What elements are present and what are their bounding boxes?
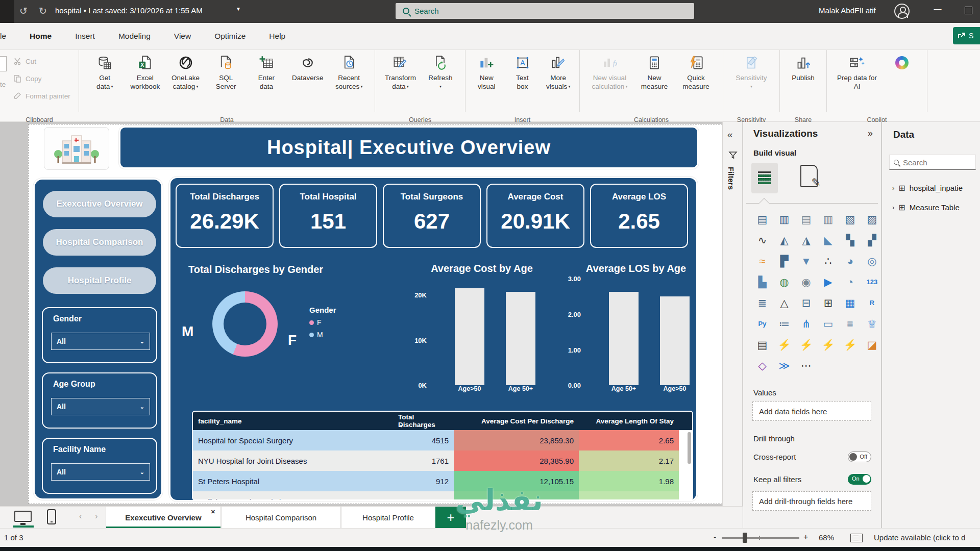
sensitivity-button[interactable]: Sensitivity▾: [736, 55, 767, 91]
menu-item-modeling[interactable]: Modeling: [118, 32, 151, 41]
fit-to-page-icon[interactable]: [850, 534, 863, 542]
multi-row-card-icon[interactable]: ≣: [751, 292, 773, 313]
close-tab-icon[interactable]: ✕: [211, 509, 215, 515]
treemap-icon[interactable]: ▙: [751, 271, 773, 292]
minimize-button[interactable]: —: [930, 4, 945, 17]
next-page-icon[interactable]: ›: [95, 512, 97, 521]
mobile-view-icon[interactable]: [47, 509, 56, 524]
kpi-card-average-cost[interactable]: Average Cost20.91K: [486, 184, 584, 248]
bar-age-50+[interactable]: [609, 292, 639, 385]
zoom-slider-track[interactable]: [722, 537, 799, 539]
card-icon[interactable]: 123: [861, 271, 883, 292]
expand-pane-icon[interactable]: »: [868, 128, 873, 139]
data-field-measure-table[interactable]: ›⊞Measure Table: [892, 203, 980, 212]
report-page[interactable]: Hospital| Executive Overview Exexcutive …: [28, 124, 725, 504]
user-avatar-icon[interactable]: [894, 4, 910, 19]
desktop-view-icon[interactable]: [14, 511, 32, 522]
user-name[interactable]: Malak AbdElLatif: [819, 6, 876, 15]
map-icon[interactable]: ◍: [773, 271, 795, 292]
onelake-catalog-button[interactable]: OneLakecatalog ▾: [171, 55, 201, 91]
filled-map-icon[interactable]: ◉: [795, 271, 817, 292]
global-search-input[interactable]: Search: [396, 3, 694, 19]
format-visual-tab[interactable]: [800, 165, 818, 187]
parameter-icon[interactable]: ≔: [773, 313, 795, 334]
previous-page-icon[interactable]: ‹: [79, 512, 82, 521]
q-and-a-icon[interactable]: ▭: [817, 313, 839, 334]
kpi-card-total-surgeons[interactable]: Total Surgeons627: [383, 184, 481, 248]
document-title[interactable]: hospital • Last saved: 3/10/2026 at 1:55…: [55, 6, 203, 15]
slicer-age-group[interactable]: Age GroupAll⌄: [42, 372, 157, 429]
new-visual-button[interactable]: Newvisual: [472, 55, 501, 91]
column-header-0[interactable]: facility_name: [193, 417, 393, 425]
menu-item-optimize[interactable]: Optimize: [214, 32, 246, 41]
menu-item-view[interactable]: View: [174, 32, 191, 41]
recent-sources-button[interactable]: Recentsources ▾: [334, 55, 364, 91]
gender-donut-chart[interactable]: [212, 291, 278, 357]
sql-server-button[interactable]: SQLServer: [211, 55, 241, 91]
page-tab-hospital-comparison[interactable]: Hospital Comparison: [221, 507, 341, 529]
avg-cost-by-age-chart[interactable]: Average Cost by Age20K10K0KAge>50Age 50+: [405, 263, 558, 396]
donut-chart-icon[interactable]: ◎: [861, 251, 883, 271]
line-chart-icon[interactable]: ∿: [751, 230, 773, 251]
build-visual-tab[interactable]: [751, 163, 778, 193]
text-slicer-icon[interactable]: ⚡: [817, 334, 839, 355]
zoom-out-button[interactable]: -: [714, 533, 716, 542]
filters-pane-label[interactable]: Filters: [727, 167, 736, 190]
slicer-gender[interactable]: GenderAll⌄: [42, 307, 157, 363]
matrix-icon[interactable]: ▦: [839, 292, 861, 313]
format-painter-button[interactable]: Format painter: [13, 92, 70, 100]
prep-data-for-ai-button[interactable]: Prep data forAI: [837, 55, 877, 91]
sidebar-panel[interactable]: Exexcutive OverviewHospital ComparisonHo…: [33, 178, 163, 500]
transform-data-button[interactable]: Transformdata ▾: [385, 55, 416, 91]
menu-item-home[interactable]: Home: [30, 32, 52, 41]
table-row[interactable]: St Peters Hospital91212,105.151.98: [193, 471, 692, 491]
data-search-input[interactable]: Search: [889, 155, 976, 170]
table-row[interactable]: Hospital for Special Surgery451523,859.3…: [193, 430, 692, 450]
arcgis-map-icon[interactable]: ◪: [861, 334, 883, 355]
dashboard-title-banner[interactable]: Hospital| Executive Overview: [119, 126, 699, 169]
enter-data-button[interactable]: Enterdata: [252, 55, 281, 91]
bar-age>50[interactable]: [455, 288, 484, 385]
text-box-button[interactable]: ATextbox: [508, 55, 537, 91]
redo-icon[interactable]: ↻: [39, 5, 47, 17]
kpi-icon[interactable]: △: [773, 292, 795, 313]
collapse-pane-icon[interactable]: «: [727, 129, 733, 140]
button-slicer-icon[interactable]: ⚡: [795, 334, 817, 355]
100-stacked-column-chart-icon[interactable]: ▨: [861, 209, 883, 230]
table-scrollbar[interactable]: [688, 432, 691, 464]
avg-los-by-age-chart[interactable]: Average LOS by Age3.002.001.000.00Age 50…: [559, 263, 713, 396]
document-title-caret-icon[interactable]: ▼: [236, 6, 241, 12]
paginated-report-icon[interactable]: ▤: [751, 334, 773, 355]
power-automate-icon[interactable]: ≫: [773, 355, 795, 376]
slicer-dropdown[interactable]: All⌄: [51, 398, 150, 415]
column-header-3[interactable]: Average Length Of Stay: [579, 417, 679, 425]
add-data-fields-dropzone[interactable]: Add data fields here: [752, 402, 871, 421]
kpi-card-average-los[interactable]: Average LOS2.65: [590, 184, 688, 248]
table-icon[interactable]: ⊞: [817, 292, 839, 313]
list-slicer-icon[interactable]: ⚡: [839, 334, 861, 355]
area-chart-icon[interactable]: ◭: [773, 230, 795, 251]
menu-item-le[interactable]: le: [0, 32, 6, 41]
nav-button-hospital-comparison[interactable]: Hospital Comparison: [43, 229, 156, 256]
cut-button[interactable]: Cut: [13, 57, 36, 65]
page-tab-exexcutive-overview[interactable]: Exexcutive Overview✕: [106, 507, 221, 529]
azure-map-icon[interactable]: ▶: [817, 271, 839, 292]
share-button[interactable]: S: [953, 27, 980, 44]
maximize-button[interactable]: [965, 7, 972, 14]
smart-narrative-icon[interactable]: ≡: [839, 313, 861, 334]
line-clustered-column-chart-icon[interactable]: ▞: [861, 230, 883, 251]
new-measure-button[interactable]: Newmeasure: [640, 55, 669, 91]
chevron-right-icon[interactable]: ›: [892, 204, 894, 211]
page-tab-hospital-profile[interactable]: Hospital Profile: [341, 507, 435, 529]
main-dashboard-panel[interactable]: Total Discharges by Gender Gender FM Ave…: [169, 177, 698, 502]
cross-report-toggle[interactable]: Off: [848, 452, 871, 462]
excel-workbook-button[interactable]: XExcelworkbook: [130, 55, 160, 91]
refresh-button[interactable]: Refresh▾: [426, 55, 455, 91]
metrics-icon[interactable]: ♕: [861, 313, 883, 334]
column-header-2[interactable]: Average Cost Per Discharge: [454, 417, 579, 425]
undo-icon[interactable]: ↺: [19, 5, 28, 17]
clustered-column-chart-icon[interactable]: ▥: [817, 209, 839, 230]
waterfall-chart-icon[interactable]: ▛: [773, 251, 795, 271]
ribbon-chart-icon[interactable]: ≈: [751, 251, 773, 271]
copy-button[interactable]: Copy: [13, 74, 42, 83]
